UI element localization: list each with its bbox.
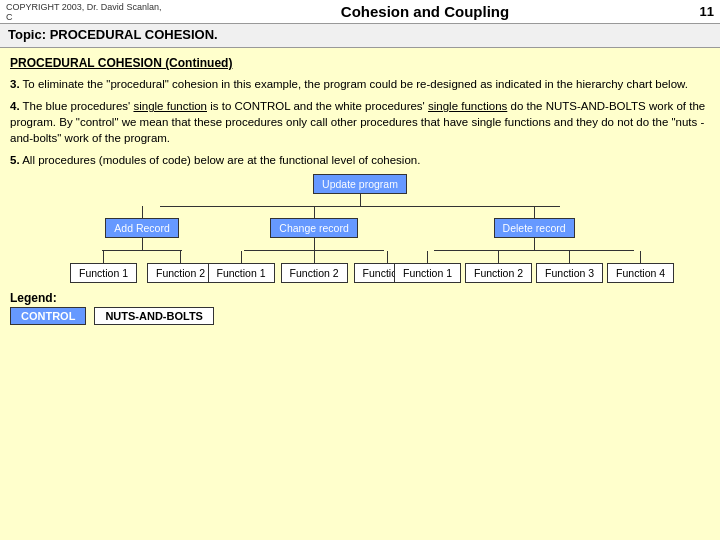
legend-title: Legend: <box>10 291 57 305</box>
para4-part2: is to CONTROL and the white procedures' <box>207 100 428 112</box>
delete-fn4: Function 4 <box>607 251 674 283</box>
add-fn1-box: Function 1 <box>70 263 137 283</box>
para4-link2: single functions <box>428 100 507 112</box>
change-vline-top <box>314 206 315 218</box>
root-node: Update program <box>313 174 407 206</box>
add-record-box: Add Record <box>105 218 178 238</box>
topic-bar: Topic: PROCEDURAL COHESION. <box>0 24 720 48</box>
delete-vline-bot <box>534 238 535 250</box>
delete-record-box: Delete record <box>494 218 575 238</box>
para5-text: All procedures (modules of code) below a… <box>22 154 420 166</box>
para4-num: 4. <box>10 100 20 112</box>
root-vline <box>360 194 361 206</box>
para4-link1: single function <box>133 100 207 112</box>
hierarchy-diagram: Update program Add Record <box>10 174 710 283</box>
root-box: Update program <box>313 174 407 194</box>
main-content: PROCEDURAL COHESION (Continued) 3. To el… <box>0 48 720 540</box>
delete-fn2-box: Function 2 <box>465 263 532 283</box>
delete-vline-top <box>534 206 535 218</box>
legend-control-box: CONTROL <box>10 307 86 325</box>
para3-num: 3. <box>10 78 20 90</box>
delete-fn1: Function 1 <box>394 251 461 283</box>
header: COPYRIGHT 2003, Dr. David Scanlan, C Coh… <box>0 0 720 24</box>
delete-fn1-box: Function 1 <box>394 263 461 283</box>
delete-fn3: Function 3 <box>536 251 603 283</box>
change-fn1-box: Function 1 <box>208 263 275 283</box>
change-record-box: Change record <box>270 218 357 238</box>
legend-nuts-box: NUTS-AND-BOLTS <box>94 307 214 325</box>
change-fn2-box: Function 2 <box>281 263 348 283</box>
para4-part1: The blue procedures' <box>23 100 134 112</box>
add-fn2-box: Function 2 <box>147 263 214 283</box>
para5-num: 5. <box>10 154 20 166</box>
para3-text: To eliminate the "procedural" cohesion i… <box>23 78 688 90</box>
section-title: PROCEDURAL COHESION (Continued) <box>10 56 710 70</box>
add-vline-bot <box>142 238 143 250</box>
slide-title: Cohesion and Coupling <box>166 3 684 20</box>
legend-row: CONTROL NUTS-AND-BOLTS <box>10 307 710 325</box>
paragraph-4: 4. The blue procedures' single function … <box>10 98 710 146</box>
change-record-subtree: Change record Function 1 <box>214 206 414 283</box>
add-record-subtree: Add Record Function 1 <box>70 206 214 283</box>
change-vline-bot <box>314 238 315 250</box>
delete-fn4-box: Function 4 <box>607 263 674 283</box>
add-fn2: Function 2 <box>147 251 214 283</box>
change-fn1: Function 1 <box>208 251 275 283</box>
copyright-text: COPYRIGHT 2003, Dr. David Scanlan, C <box>6 2 166 22</box>
change-fn2: Function 2 <box>281 251 348 283</box>
add-fn1: Function 1 <box>70 251 137 283</box>
legend: Legend: CONTROL NUTS-AND-BOLTS <box>10 291 710 325</box>
paragraph-3: 3. To eliminate the "procedural" cohesio… <box>10 76 710 92</box>
delete-fn3-box: Function 3 <box>536 263 603 283</box>
page-number: 11 <box>684 4 714 19</box>
add-vline-top <box>142 206 143 218</box>
topic-text: Topic: PROCEDURAL COHESION. <box>8 27 218 42</box>
delete-fn2: Function 2 <box>465 251 532 283</box>
paragraph-5: 5. All procedures (modules of code) belo… <box>10 152 710 168</box>
delete-record-subtree: Delete record Function 1 <box>414 206 654 283</box>
